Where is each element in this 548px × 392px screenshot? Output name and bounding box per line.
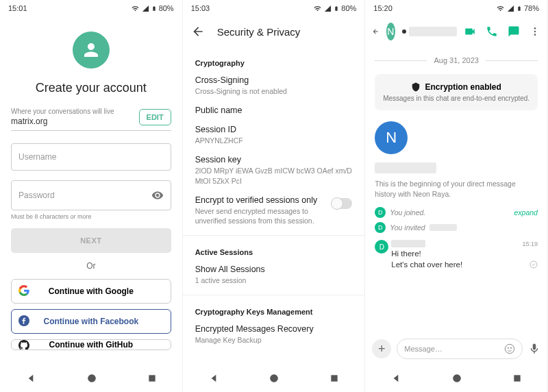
svg-rect-13 (514, 375, 520, 381)
wifi-icon (496, 5, 505, 12)
system-event-invited: D You invited (375, 222, 538, 233)
sender-redacted (391, 240, 425, 247)
emoji-icon[interactable] (504, 343, 515, 354)
setting-session-key[interactable]: Session key 2IOD MRpY iEWA GvzB mICW bcW… (195, 155, 353, 185)
svg-point-9 (505, 344, 514, 353)
status-time: 15:03 (191, 4, 210, 12)
or-divider: Or (86, 261, 95, 271)
chat-title-area[interactable] (402, 27, 457, 36)
setting-public-name[interactable]: Public name (195, 106, 353, 115)
battery-icon (334, 4, 339, 13)
account-avatar-placeholder (73, 32, 110, 69)
wifi-icon (131, 5, 140, 12)
svg-rect-2 (149, 375, 155, 381)
svg-point-10 (508, 347, 508, 348)
password-input[interactable]: Password (11, 180, 171, 210)
chat-avatar[interactable]: N (386, 23, 395, 40)
nav-home-icon[interactable] (87, 373, 97, 383)
date-divider: Aug 31, 2023 (434, 56, 478, 64)
message-time: 15:19 (522, 241, 538, 247)
battery-pct: 80% (159, 4, 174, 12)
nav-recent-icon[interactable] (512, 373, 522, 383)
section-active-sessions: Active Sessions (195, 248, 353, 256)
shield-icon (411, 82, 421, 92)
signal-icon (142, 5, 149, 12)
message-avatar: D (375, 240, 388, 254)
setting-show-all-sessions[interactable]: Show All Sessions 1 active session (195, 265, 353, 285)
visibility-icon[interactable] (151, 189, 164, 201)
message-text: Hi there! (391, 249, 538, 258)
svg-point-7 (534, 34, 536, 36)
message-input[interactable]: Message… (397, 339, 523, 359)
wifi-icon (313, 5, 322, 12)
expand-link[interactable]: expand (514, 208, 538, 217)
nav-recent-icon[interactable] (329, 373, 339, 383)
status-icons: 80% (313, 4, 356, 13)
nav-back-icon[interactable] (25, 373, 36, 384)
android-nav-bar (0, 365, 182, 392)
status-icons: 78% (496, 4, 539, 13)
nav-back-icon[interactable] (208, 373, 219, 384)
battery-pct: 78% (524, 4, 539, 12)
signal-icon (507, 5, 514, 12)
video-call-icon[interactable] (464, 25, 476, 38)
setting-session-id[interactable]: Session ID APNYNLZHCF (195, 125, 353, 145)
page-title: Create your account (36, 81, 147, 95)
facebook-icon (18, 315, 29, 328)
svg-point-5 (534, 27, 536, 29)
setting-encrypt-verified[interactable]: Encrypt to verified sessions only Never … (195, 195, 353, 225)
battery-icon (516, 4, 522, 13)
nav-recent-icon[interactable] (147, 373, 157, 383)
status-time: 15:20 (373, 4, 393, 12)
room-name-redacted (375, 162, 436, 173)
encrypt-verified-toggle[interactable] (332, 198, 352, 209)
system-event-joined: D You joined. expand (375, 207, 538, 218)
nav-home-icon[interactable] (269, 373, 279, 383)
attach-button[interactable]: + (372, 339, 391, 358)
battery-icon (151, 4, 157, 13)
more-options-icon[interactable] (530, 26, 540, 37)
mic-icon[interactable] (528, 343, 540, 355)
svg-point-1 (88, 374, 96, 382)
chat-name-redacted (409, 27, 457, 36)
message-text: Let's chat over here! (391, 260, 462, 269)
status-time: 15:01 (8, 4, 27, 12)
continue-google-button[interactable]: Continue with Google (11, 279, 171, 304)
svg-point-3 (271, 374, 279, 382)
back-arrow-icon[interactable] (372, 25, 379, 38)
android-nav-bar (183, 365, 365, 392)
svg-point-11 (510, 347, 511, 348)
github-icon (18, 340, 29, 350)
server-label: Where your conversations will live (11, 108, 114, 115)
svg-rect-4 (332, 375, 338, 381)
encryption-card: Encryption enabled Messages in this chat… (375, 74, 538, 110)
presence-dot-icon (402, 29, 406, 34)
setting-encrypted-recovery[interactable]: Encrypted Messages Recovery Manage Key B… (195, 324, 353, 345)
google-icon (18, 285, 29, 298)
sent-check-icon (530, 260, 538, 269)
setting-cross-signing[interactable]: Cross-Signing Cross-Signing is not enabl… (195, 75, 353, 96)
voice-call-icon[interactable] (486, 25, 498, 38)
next-button[interactable]: NEXT (11, 228, 171, 253)
invitee-redacted (429, 224, 457, 231)
page-title: Security & Privacy (217, 26, 301, 38)
username-input[interactable]: Username (11, 143, 171, 171)
continue-github-button[interactable]: Continue with GitHub (11, 339, 171, 350)
signal-icon (324, 5, 332, 12)
room-avatar: N (375, 121, 408, 154)
nav-home-icon[interactable] (452, 373, 462, 383)
section-keys-management: Cryptography Keys Management (195, 308, 353, 316)
room-beginning-text: This is the beginning of your direct mes… (375, 179, 538, 199)
server-name: matrix.org (11, 117, 114, 126)
back-arrow-icon[interactable] (191, 25, 205, 38)
status-icons: 80% (131, 4, 174, 13)
divider (183, 295, 365, 295)
edit-server-button[interactable]: EDIT (139, 109, 171, 125)
continue-facebook-button[interactable]: Continue with Facebook (11, 309, 171, 334)
nav-back-icon[interactable] (390, 373, 401, 384)
android-nav-bar (365, 365, 547, 392)
threads-icon[interactable] (508, 25, 520, 38)
status-bar: 15:01 80% (0, 0, 182, 16)
divider (183, 235, 365, 236)
status-bar: 15:20 78% (365, 0, 547, 16)
